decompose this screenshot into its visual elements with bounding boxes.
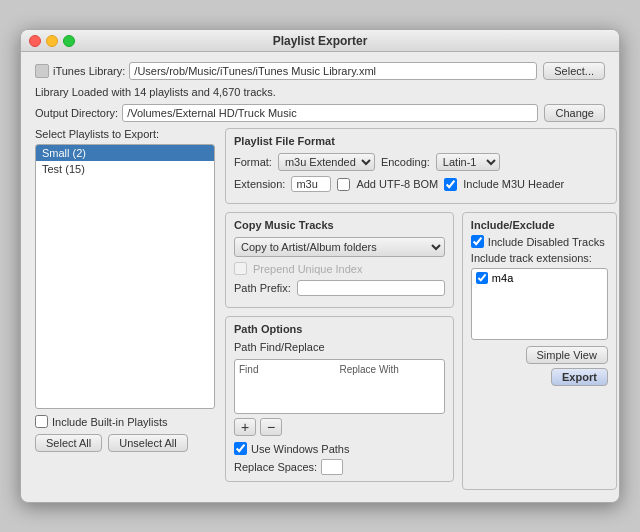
unselect-all-button[interactable]: Unselect All — [108, 434, 187, 452]
simple-view-button[interactable]: Simple View — [526, 346, 608, 364]
replace-spaces-label: Replace Spaces: — [234, 461, 317, 473]
include-exclude-box: Include/Exclude Include Disabled Tracks … — [462, 212, 617, 490]
include-disabled-tracks-label: Include Disabled Tracks — [488, 236, 605, 248]
extension-label: Extension: — [234, 178, 285, 190]
find-replace-box: Find Replace With — [234, 359, 445, 414]
find-replace-header: Find Replace With — [239, 364, 440, 375]
content: iTunes Library: /Users/rob/Music/iTunes/… — [21, 52, 619, 502]
titlebar: Playlist Exporter — [21, 30, 619, 52]
itunes-icon — [35, 64, 49, 78]
path-prefix-label: Path Prefix: — [234, 282, 291, 294]
add-utf8-bom-label: Add UTF-8 BOM — [356, 178, 438, 190]
select-all-button[interactable]: Select All — [35, 434, 102, 452]
use-windows-paths-checkbox[interactable] — [234, 442, 247, 455]
output-label: Output Directory: — [35, 107, 118, 119]
traffic-lights — [29, 35, 75, 47]
add-remove-row: + − — [234, 418, 445, 436]
copy-music-tracks-box: Copy Music Tracks Copy to Artist/Album f… — [225, 212, 454, 308]
playlist-item[interactable]: Small (2) — [36, 145, 214, 161]
playlists-section-label: Select Playlists to Export: — [35, 128, 215, 140]
ext-item-m4a: m4a — [474, 271, 605, 285]
extension-row: Extension: Add UTF-8 BOM Include M3U Hea… — [234, 176, 608, 192]
playlist-item[interactable]: Test (15) — [36, 161, 214, 177]
include-m3u-header-checkbox[interactable] — [444, 178, 457, 191]
copy-path-area: Copy Music Tracks Copy to Artist/Album f… — [225, 212, 454, 490]
itunes-library-path: /Users/rob/Music/iTunes/iTunes Music Lib… — [129, 62, 537, 80]
ext-m4a-label: m4a — [492, 272, 513, 284]
export-button-row: Export — [471, 368, 608, 386]
prepend-unique-index-label: Prepend Unique Index — [253, 263, 362, 275]
include-builtin-row: Include Built-in Playlists — [35, 415, 215, 428]
use-windows-paths-label: Use Windows Paths — [251, 443, 349, 455]
output-directory-row: Output Directory: /Volumes/External HD/T… — [35, 104, 605, 122]
include-builtin-checkbox[interactable] — [35, 415, 48, 428]
prepend-unique-index-checkbox[interactable] — [234, 262, 247, 275]
use-windows-paths-row: Use Windows Paths — [234, 442, 445, 455]
add-find-replace-button[interactable]: + — [234, 418, 256, 436]
copy-select-row: Copy to Artist/Album folders Do not copy… — [234, 237, 445, 257]
two-col-area: Copy Music Tracks Copy to Artist/Album f… — [225, 212, 617, 490]
minimize-button[interactable] — [46, 35, 58, 47]
itunes-select-button[interactable]: Select... — [543, 62, 605, 80]
playlist-file-format-title: Playlist File Format — [234, 135, 608, 147]
itunes-library-label: iTunes Library: — [53, 65, 125, 77]
replace-spaces-input[interactable] — [321, 459, 343, 475]
copy-method-select[interactable]: Copy to Artist/Album folders Do not copy… — [234, 237, 445, 257]
encoding-select[interactable]: Latin-1 UTF-8 UTF-16 — [436, 153, 500, 171]
include-disabled-tracks-checkbox[interactable] — [471, 235, 484, 248]
add-utf8-bom-checkbox[interactable] — [337, 178, 350, 191]
status-text: Library Loaded with 14 playlists and 4,6… — [35, 86, 605, 98]
window-title: Playlist Exporter — [273, 34, 368, 48]
include-exclude-title: Include/Exclude — [471, 219, 608, 231]
include-disabled-row: Include Disabled Tracks — [471, 235, 608, 248]
left-panel: Select Playlists to Export: Small (2) Te… — [35, 128, 215, 490]
remove-find-replace-button[interactable]: − — [260, 418, 282, 436]
playlist-buttons: Select All Unselect All — [35, 434, 215, 452]
main-window: Playlist Exporter iTunes Library: /Users… — [20, 29, 620, 503]
output-path: /Volumes/External HD/Truck Music — [122, 104, 538, 122]
path-options-title: Path Options — [234, 323, 445, 335]
replace-spaces-row: Replace Spaces: — [234, 459, 445, 475]
change-button[interactable]: Change — [544, 104, 605, 122]
include-extensions-label: Include track extensions: — [471, 252, 608, 264]
right-panel: Playlist File Format Format: m3u Extende… — [225, 128, 617, 490]
include-builtin-label: Include Built-in Playlists — [52, 416, 168, 428]
find-col-label: Find — [239, 364, 339, 375]
format-row: Format: m3u Extended m3u pls xspf Encodi… — [234, 153, 608, 171]
format-label: Format: — [234, 156, 272, 168]
maximize-button[interactable] — [63, 35, 75, 47]
right-bottom-buttons: Simple View — [471, 346, 608, 364]
extension-input[interactable] — [291, 176, 331, 192]
close-button[interactable] — [29, 35, 41, 47]
itunes-library-row: iTunes Library: /Users/rob/Music/iTunes/… — [35, 62, 605, 80]
export-button[interactable]: Export — [551, 368, 608, 386]
path-prefix-input[interactable] — [297, 280, 445, 296]
prepend-row: Prepend Unique Index — [234, 262, 445, 275]
replace-col-label: Replace With — [339, 364, 439, 375]
path-prefix-row: Path Prefix: — [234, 280, 445, 296]
track-extension-list: m4a — [471, 268, 608, 340]
path-options-box: Path Options Path Find/Replace Find Repl… — [225, 316, 454, 482]
playlist-file-format-box: Playlist File Format Format: m3u Extende… — [225, 128, 617, 204]
include-m3u-header-label: Include M3U Header — [463, 178, 564, 190]
ext-m4a-checkbox[interactable] — [476, 272, 488, 284]
find-replace-title: Path Find/Replace — [234, 341, 445, 353]
main-area: Select Playlists to Export: Small (2) Te… — [35, 128, 605, 490]
format-select[interactable]: m3u Extended m3u pls xspf — [278, 153, 375, 171]
copy-music-tracks-title: Copy Music Tracks — [234, 219, 445, 231]
encoding-label: Encoding: — [381, 156, 430, 168]
playlist-list[interactable]: Small (2) Test (15) — [35, 144, 215, 409]
